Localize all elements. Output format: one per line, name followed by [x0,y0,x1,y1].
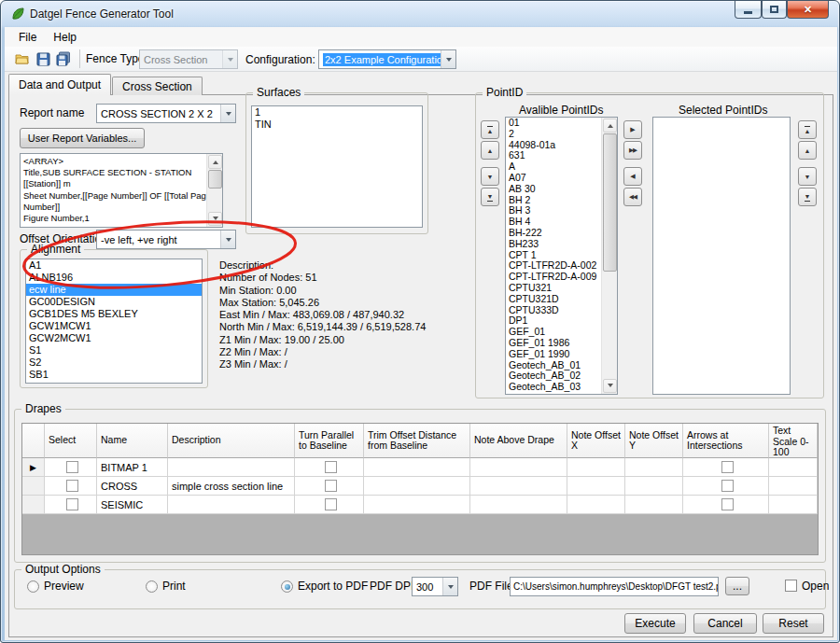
turn-parallel-cell[interactable] [295,496,364,514]
select-cell[interactable] [45,458,97,477]
grid-header[interactable]: Note Offset X [567,424,625,458]
select-checkbox[interactable] [66,498,78,510]
grid-header[interactable]: Arrows at Intersections [683,424,769,458]
report-name-combo[interactable]: CROSS SECTION 2 X 2 [96,104,236,123]
list-item-selected[interactable]: ecw line [26,284,202,296]
select-checkbox[interactable] [66,480,78,492]
point-id-item[interactable]: BH-222 [506,228,601,239]
note-offset-y-cell[interactable] [625,496,683,514]
menu-help[interactable]: Help [45,29,85,46]
pdf-dpi-combo[interactable]: 300 [412,577,458,596]
arrows-cell[interactable] [683,496,769,514]
list-item[interactable]: ALNB196 [26,272,202,284]
note-offset-y-cell[interactable] [625,458,683,477]
move-all-left-button[interactable]: ◀◀ [623,188,642,206]
selected-move-bottom-button[interactable]: ▼ [798,188,817,206]
point-id-item[interactable]: AB 30 [506,184,601,195]
chevron-down-icon[interactable] [441,50,455,68]
list-item[interactable]: S1 [26,344,202,356]
grid-header[interactable]: Select [45,424,97,458]
open-checkbox[interactable] [785,580,797,592]
scroll-up-button[interactable] [208,155,222,169]
trim-offset-cell[interactable] [364,496,470,514]
move-left-button[interactable]: ◀ [623,167,642,186]
note-above-cell[interactable] [470,458,567,477]
turn-parallel-checkbox[interactable] [325,498,337,510]
list-item[interactable]: TIN [252,119,422,131]
point-id-item[interactable]: CPTU321 [506,283,601,294]
cancel-button[interactable]: Cancel [693,613,757,634]
point-id-item[interactable]: 631 [506,150,601,161]
trim-offset-cell[interactable] [364,458,470,477]
point-id-item[interactable]: GEF_01 1986 [506,338,601,349]
trim-offset-cell[interactable] [364,477,470,496]
text-scale-cell[interactable] [769,477,818,496]
scroll-down-button[interactable] [603,379,617,393]
note-offset-x-cell[interactable] [567,496,625,514]
selected-move-up-button[interactable]: ▲ [798,141,817,160]
report-variables-textbox[interactable]: <ARRAY> Title,SUB SURFACE SECTION - STAT… [20,153,223,228]
export-to-pdf-radio[interactable] [281,580,293,593]
close-button[interactable]: ✕ [787,1,829,19]
list-item[interactable]: GC00DESIGN [26,296,202,308]
list-item[interactable]: A1 [26,259,202,272]
selected-move-top-button[interactable]: ▲ [798,120,817,139]
select-cell[interactable] [45,477,97,496]
grid-header[interactable]: Trim Offset Distance from Baseline [364,424,470,458]
list-item[interactable]: GCW2MCW1 [26,332,202,344]
selected-move-down-button[interactable]: ▼ [798,167,817,186]
available-scrollbar[interactable] [601,118,617,394]
description-cell[interactable] [168,458,295,477]
move-all-right-button[interactable]: ▶▶ [623,141,642,160]
save-all-button[interactable] [53,49,74,69]
menu-file[interactable]: File [10,29,45,46]
point-id-item[interactable]: Geotech_AB_03 [506,382,601,393]
scroll-thumb[interactable] [208,170,222,189]
user-report-variables-button[interactable]: User Report Variables... [20,128,145,148]
minimize-button[interactable] [735,1,762,19]
point-id-item[interactable]: 2 [506,129,601,140]
list-item[interactable]: S2 [26,356,202,369]
select-checkbox[interactable] [66,461,78,473]
tab-data-and-output[interactable]: Data and Output [8,74,111,95]
turn-parallel-checkbox[interactable] [325,480,337,492]
reset-button[interactable]: Reset [763,613,824,634]
grid-header[interactable]: Note Above Drape [470,424,567,458]
text-scale-cell[interactable] [769,496,818,514]
print-radio[interactable] [146,580,158,593]
row-selector[interactable] [22,477,45,496]
arrows-checkbox[interactable] [721,480,734,492]
turn-parallel-cell[interactable] [295,477,364,496]
chevron-down-icon[interactable] [220,105,235,122]
point-id-item[interactable]: 01 [506,118,601,129]
point-id-item[interactable]: CPTU321D [506,294,601,305]
scroll-thumb[interactable] [603,133,617,272]
tab-cross-section[interactable]: Cross Section [112,77,203,95]
available-move-bottom-button[interactable]: ▼ [481,188,499,206]
save-button[interactable] [33,49,53,69]
note-offset-x-cell[interactable] [567,458,625,477]
move-right-button[interactable]: ▶ [623,120,642,139]
description-cell[interactable]: simple cross section line [168,477,295,496]
maximize-button[interactable] [762,1,787,19]
list-item[interactable]: GCB1DES M5 BEXLEY [26,308,202,320]
arrows-checkbox[interactable] [721,498,734,510]
list-item[interactable]: SB1 [26,369,202,381]
turn-parallel-cell[interactable] [295,458,364,477]
scroll-up-button[interactable] [603,119,617,133]
name-cell[interactable]: BITMAP 1 [97,458,168,477]
point-id-item[interactable]: A07 [506,173,601,184]
variables-scrollbar[interactable] [206,154,222,227]
grid-header[interactable]: Turn Parallel to Baseline [295,424,364,458]
row-selector[interactable]: ▶ [22,458,45,477]
available-move-down-button[interactable]: ▼ [481,167,499,186]
selected-pointids-list[interactable] [652,117,791,395]
note-offset-x-cell[interactable] [567,477,625,496]
turn-parallel-checkbox[interactable] [325,461,337,473]
select-cell[interactable] [45,496,97,514]
grid-header[interactable]: Description [168,424,295,458]
row-selector[interactable] [22,496,45,514]
available-pointids-list[interactable]: 01 2 44098-01a 631 A A07 AB 30 BH 2 BH 3… [505,117,618,395]
surfaces-list[interactable]: 1 TIN [251,105,423,228]
list-item[interactable]: GCW1MCW1 [26,320,202,332]
